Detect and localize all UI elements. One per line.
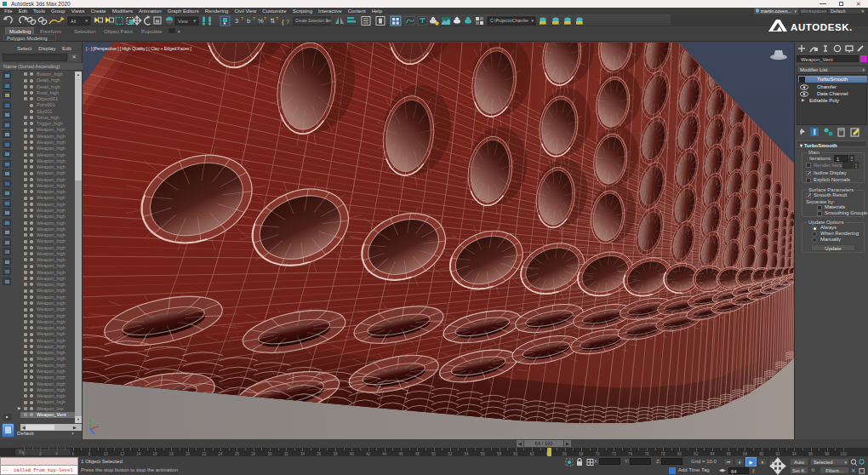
svg-text:[ - ] [Perspective ] [ High Qu: [ - ] [Perspective ] [ High Quality ] [ …: [86, 46, 192, 51]
svg-text:AUTODESK.: AUTODESK.: [791, 22, 853, 32]
svg-text:?: ?: [286, 19, 289, 25]
svg-text:C:\Projects\Chamfer: C:\Projects\Chamfer: [490, 18, 528, 23]
svg-text:?: ?: [253, 16, 255, 21]
svg-text:?: ?: [264, 16, 266, 21]
svg-text:All: All: [71, 19, 76, 24]
svg-text:%: %: [258, 17, 264, 25]
svg-text:?: ?: [276, 16, 278, 21]
svg-text:3: 3: [235, 17, 238, 25]
svg-text:b: b: [247, 17, 250, 25]
svg-text:View: View: [178, 19, 188, 24]
svg-text:⇅: ⇅: [270, 17, 276, 25]
svg-text:Create Selection Set: Create Selection Set: [295, 19, 332, 23]
svg-text:{: {: [282, 18, 284, 26]
svg-text:?: ?: [241, 16, 243, 21]
